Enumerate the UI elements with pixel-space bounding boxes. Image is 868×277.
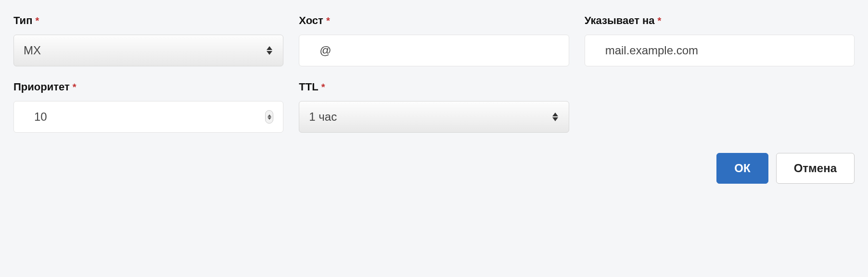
dns-record-form: Тип * MX Хост * Указывает на * (13, 14, 855, 133)
label-row-points: Указывает на * (585, 14, 855, 27)
label-type: Тип (13, 14, 32, 27)
field-ttl: TTL * 1 час (299, 81, 569, 133)
points-input-wrap (585, 35, 855, 66)
priority-input-wrap (13, 101, 283, 133)
cancel-button[interactable]: Отмена (776, 153, 855, 184)
required-star: * (658, 15, 662, 26)
label-priority: Приоритет (13, 81, 70, 93)
priority-input[interactable] (24, 110, 265, 124)
button-row: ОК Отмена (13, 153, 855, 184)
ttl-select[interactable]: 1 час (299, 101, 569, 133)
host-input-wrap (299, 35, 569, 66)
field-host: Хост * (299, 14, 569, 66)
field-type: Тип * MX (13, 14, 283, 66)
type-select[interactable]: MX (13, 35, 283, 66)
host-input[interactable] (309, 44, 559, 57)
label-row-ttl: TTL * (299, 81, 569, 93)
type-select-value: MX (24, 44, 266, 57)
label-row-host: Хост * (299, 14, 569, 27)
stepper-icon[interactable] (265, 110, 273, 124)
label-row-type: Тип * (13, 14, 283, 27)
updown-icon (551, 111, 559, 123)
field-points-to: Указывает на * (585, 14, 855, 66)
label-points: Указывает на (585, 14, 655, 27)
field-priority: Приоритет * (13, 81, 283, 133)
points-input[interactable] (595, 44, 844, 57)
label-row-priority: Приоритет * (13, 81, 283, 93)
required-star: * (321, 82, 325, 93)
label-ttl: TTL (299, 81, 318, 93)
required-star: * (73, 82, 77, 93)
ttl-select-value: 1 час (309, 110, 551, 124)
label-host: Хост (299, 14, 323, 27)
empty-cell (585, 81, 855, 133)
required-star: * (35, 15, 39, 26)
required-star: * (326, 15, 330, 26)
ok-button[interactable]: ОК (716, 153, 768, 184)
updown-icon (266, 45, 273, 56)
